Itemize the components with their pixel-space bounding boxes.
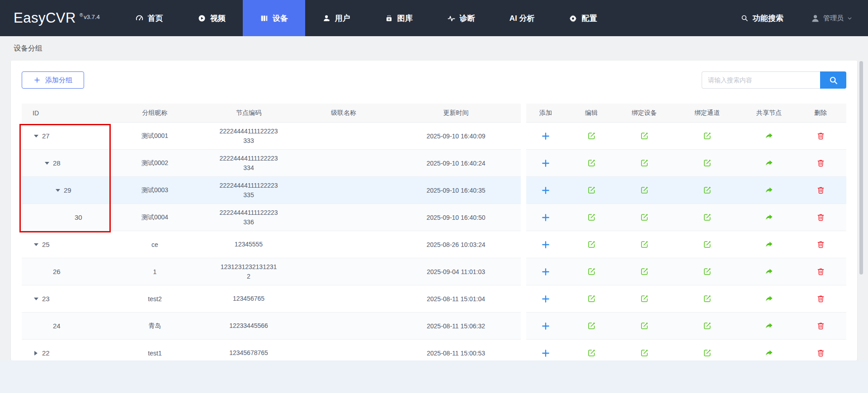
nav-item-diagnosis[interactable]: 诊断 xyxy=(430,0,492,36)
bind-channel-icon[interactable] xyxy=(703,159,712,167)
nav-item-gallery[interactable]: 图库 xyxy=(368,0,430,36)
cell-node-code: 12312312321312312 xyxy=(201,258,296,285)
add-child-icon[interactable] xyxy=(541,294,550,303)
edit-icon[interactable] xyxy=(587,132,596,140)
edit-icon[interactable] xyxy=(587,240,596,249)
table-row[interactable]: 27 测试0001 22224444111122223333 2025-09-1… xyxy=(22,123,521,150)
delete-icon[interactable] xyxy=(816,159,825,167)
page-scrollbar-thumb[interactable] xyxy=(859,61,863,275)
magnifier-icon xyxy=(829,76,838,85)
share-node-icon[interactable] xyxy=(764,213,774,222)
expand-caret[interactable] xyxy=(43,160,50,166)
bind-channel-icon[interactable] xyxy=(703,294,712,303)
share-node-icon[interactable] xyxy=(764,267,774,276)
search-input[interactable] xyxy=(702,71,820,89)
expand-caret[interactable] xyxy=(33,350,39,356)
col-header-node-code: 节点编码 xyxy=(201,104,296,122)
edit-icon[interactable] xyxy=(587,159,596,167)
bind-device-icon[interactable] xyxy=(640,186,649,194)
expand-caret[interactable] xyxy=(43,269,50,275)
group-id: 25 xyxy=(42,241,50,248)
edit-icon[interactable] xyxy=(587,349,596,357)
bind-device-icon[interactable] xyxy=(640,322,649,330)
share-node-icon[interactable] xyxy=(764,132,774,141)
table-row[interactable]: 26 1 12312312321312312 2025-09-04 11:01:… xyxy=(22,258,521,285)
expand-caret[interactable] xyxy=(54,187,61,194)
add-child-icon[interactable] xyxy=(541,132,550,141)
delete-icon[interactable] xyxy=(816,132,825,140)
add-child-icon[interactable] xyxy=(541,322,550,331)
expand-caret[interactable] xyxy=(43,323,50,329)
bind-device-icon[interactable] xyxy=(640,159,649,167)
nav-item-ai-analysis[interactable]: AI 分析 xyxy=(492,0,552,36)
delete-icon[interactable] xyxy=(816,322,825,330)
table-row[interactable]: 22 test1 12345678765 2025-08-11 15:00:53 xyxy=(22,340,521,360)
edit-icon[interactable] xyxy=(587,267,596,276)
bind-channel-icon[interactable] xyxy=(703,132,712,140)
nav-item-home[interactable]: 首页 xyxy=(118,0,180,36)
bind-device-icon[interactable] xyxy=(640,267,649,276)
add-child-icon[interactable] xyxy=(541,240,550,249)
expand-caret[interactable] xyxy=(33,133,39,139)
user-menu[interactable]: 管理员 xyxy=(811,14,853,23)
bind-channel-icon[interactable] xyxy=(703,240,712,249)
share-node-icon[interactable] xyxy=(764,240,774,249)
nav-item-user[interactable]: 用户 xyxy=(305,0,368,36)
bind-channel-icon[interactable] xyxy=(703,349,712,357)
cell-cascade-name xyxy=(296,177,391,204)
expand-caret[interactable] xyxy=(33,296,39,302)
bind-channel-icon[interactable] xyxy=(703,213,712,222)
edit-icon[interactable] xyxy=(587,322,596,330)
bind-channel-icon[interactable] xyxy=(703,322,712,330)
col-header-share-node: 共享节点 xyxy=(743,104,795,122)
page-title: 设备分组 xyxy=(14,44,42,53)
table-row[interactable]: 28 测试0002 22224444111122223334 2025-09-1… xyxy=(22,150,521,177)
search-button[interactable] xyxy=(820,71,846,89)
delete-icon[interactable] xyxy=(816,267,825,276)
add-child-icon[interactable] xyxy=(541,213,550,222)
delete-icon[interactable] xyxy=(816,349,825,357)
add-child-icon[interactable] xyxy=(541,267,550,276)
add-group-button[interactable]: 添加分组 xyxy=(22,71,84,89)
table-row[interactable]: 24 青岛 12233445566 2025-08-11 15:06:32 xyxy=(22,313,521,340)
edit-icon[interactable] xyxy=(587,213,596,222)
table-row[interactable]: 30 测试0004 22224444111122223336 2025-09-1… xyxy=(22,204,521,231)
add-child-icon[interactable] xyxy=(541,159,550,168)
add-child-icon[interactable] xyxy=(541,186,550,195)
bind-device-icon[interactable] xyxy=(640,213,649,222)
table-row[interactable]: 23 test2 123456765 2025-08-11 15:01:04 xyxy=(22,285,521,313)
nav-item-video[interactable]: 视频 xyxy=(180,0,243,36)
edit-icon[interactable] xyxy=(587,186,596,194)
cell-node-code: 22224444111122223336 xyxy=(201,204,296,231)
nav-item-config[interactable]: 配置 xyxy=(552,0,614,36)
nav-item-device[interactable]: 设备 xyxy=(243,0,305,36)
delete-icon[interactable] xyxy=(816,213,825,222)
share-node-icon[interactable] xyxy=(764,322,774,331)
share-node-icon[interactable] xyxy=(764,186,774,195)
delete-icon[interactable] xyxy=(816,186,825,194)
bind-device-icon[interactable] xyxy=(640,294,649,303)
top-navbar: EasyCVR ®v3.7.4 首页 视频 设备 用户 图库 诊断 AI 分析 xyxy=(0,0,868,36)
cell-node-code: 123456765 xyxy=(201,285,296,312)
delete-icon[interactable] xyxy=(816,294,825,303)
bind-device-icon[interactable] xyxy=(640,240,649,249)
bind-channel-icon[interactable] xyxy=(703,186,712,194)
table-row[interactable]: 25 ce 12345555 2025-08-26 10:03:24 xyxy=(22,231,521,258)
bind-device-icon[interactable] xyxy=(640,349,649,357)
share-node-icon[interactable] xyxy=(764,294,774,303)
expand-caret[interactable] xyxy=(65,214,72,221)
col-header-delete: 删除 xyxy=(795,104,846,122)
table-section-main: ID 分组昵称 节点编码 级联名称 更新时间 27 测试0001 2222444… xyxy=(22,104,521,360)
function-search[interactable]: 功能搜索 xyxy=(741,13,783,24)
delete-icon[interactable] xyxy=(816,240,825,249)
bind-channel-icon[interactable] xyxy=(703,267,712,276)
cell-id: 24 xyxy=(22,313,108,339)
expand-caret[interactable] xyxy=(33,241,39,248)
cell-updated-time: 2025-09-10 16:40:50 xyxy=(391,204,521,231)
table-row[interactable]: 29 测试0003 22224444111122223335 2025-09-1… xyxy=(22,177,521,204)
add-child-icon[interactable] xyxy=(541,349,550,358)
share-node-icon[interactable] xyxy=(764,349,774,358)
share-node-icon[interactable] xyxy=(764,159,774,168)
bind-device-icon[interactable] xyxy=(640,132,649,140)
edit-icon[interactable] xyxy=(587,294,596,303)
